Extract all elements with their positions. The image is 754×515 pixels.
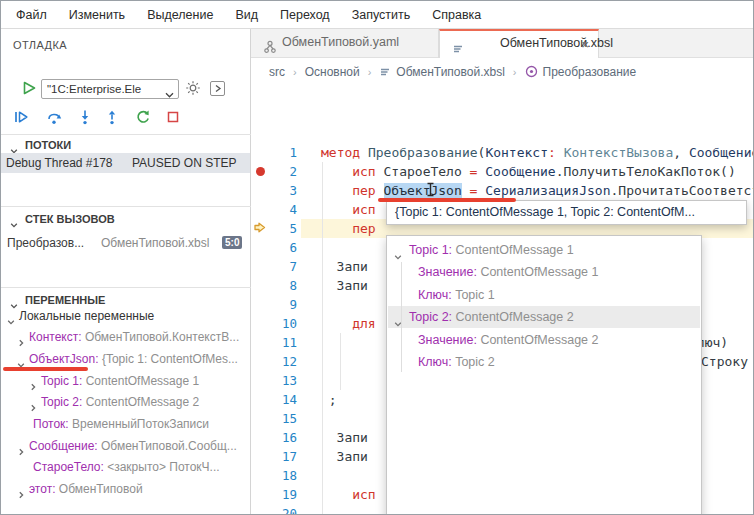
menu-item-0[interactable]: Файл xyxy=(5,2,58,28)
variable-row-3[interactable]: Topic 1: ContentOfMessage 1 xyxy=(1,371,250,392)
breadcrumb-item-2[interactable]: ОбменТиповой.xbsl xyxy=(379,65,504,79)
hover-row-label: Topic 1: ContentOfMessage 1 xyxy=(409,239,574,261)
code-token: = xyxy=(462,183,485,198)
breadcrumb-label: src xyxy=(269,65,285,79)
step-over-button[interactable] xyxy=(46,109,63,129)
code-token: : xyxy=(548,145,556,160)
variable-row-6[interactable]: Сообщение: ОбменТиповой.Сообщ... xyxy=(1,436,250,457)
breadcrumb-separator: › xyxy=(293,66,297,78)
hover-tree-row-4[interactable]: Значение: ContentOfMessage 2 xyxy=(388,329,700,351)
start-debug-button[interactable] xyxy=(22,80,37,100)
line-number: 20 xyxy=(251,504,297,514)
open-console-button[interactable] xyxy=(210,81,225,96)
breadcrumb-label: Основной xyxy=(305,65,360,79)
line-number: 7 xyxy=(251,257,297,276)
chevron-right-icon[interactable] xyxy=(17,333,25,348)
line-number: 16 xyxy=(251,428,297,447)
thread-row[interactable]: Debug Thread #178 PAUSED ON STEP xyxy=(1,153,250,173)
hover-tree-row-2[interactable]: Ключ: Topic 1 xyxy=(388,284,700,306)
hover-tree-row-3[interactable]: Topic 2: ContentOfMessage 2 xyxy=(388,306,700,328)
breadcrumb: src›Основной›ОбменТиповой.xbsl›Преобразо… xyxy=(251,58,753,85)
current-line-arrow-icon xyxy=(253,221,266,237)
breadcrumb-item-3[interactable]: Преобразование xyxy=(525,65,637,79)
chevron-right-icon[interactable] xyxy=(17,485,25,500)
line-number: 17 xyxy=(251,447,297,466)
code-line: Запи xyxy=(337,276,368,295)
menu-item-2[interactable]: Выделение xyxy=(136,2,224,28)
menu-bar: ФайлИзменитьВыделениеВидПереходЗапустить… xyxy=(1,1,753,29)
breadcrumb-separator: › xyxy=(513,66,517,78)
tab-obmentipovoy-yaml[interactable]: ОбменТиповой.yaml xyxy=(251,29,439,58)
code-editor[interactable]: 1метод Преобразование(Контекст: Контекст… xyxy=(251,85,753,514)
debug-hover-summary: {Topic 1: ContentOfMessage 1, Topic 2: C… xyxy=(386,200,747,225)
variable-row-0[interactable]: Локальные переменные xyxy=(1,306,250,327)
hover-row-label: Значение: ContentOfMessage 2 xyxy=(418,329,599,351)
step-into-button[interactable] xyxy=(77,109,93,129)
debug-hover-tree: Topic 1: ContentOfMessage 1Значение: Con… xyxy=(386,235,702,514)
restart-button[interactable] xyxy=(135,109,151,129)
line-number: 6 xyxy=(251,238,297,257)
menu-item-3[interactable]: Вид xyxy=(224,2,269,28)
menu-item-1[interactable]: Изменить xyxy=(58,2,136,28)
section-header-threads[interactable]: ПОТОКИ xyxy=(1,135,251,155)
hover-tree-row-5[interactable]: Ключ: Topic 2 xyxy=(388,351,700,373)
menu-item-4[interactable]: Переход xyxy=(269,2,341,28)
settings-gear-icon[interactable] xyxy=(185,80,201,100)
variable-row-5[interactable]: Поток: ВременныйПотокЗаписи xyxy=(1,414,250,435)
code-token: пер xyxy=(352,183,383,198)
breadcrumb-item-1[interactable]: Основной xyxy=(305,65,360,79)
frame-position-badge: 5:0 xyxy=(222,236,242,249)
code-token: Запи xyxy=(337,430,368,445)
menu-item-6[interactable]: Справка xyxy=(421,2,492,28)
menu-item-5[interactable]: Запустить xyxy=(341,2,422,28)
line-number: 14 xyxy=(251,390,297,409)
continue-button[interactable] xyxy=(13,109,30,129)
code-token: Запи xyxy=(337,259,368,274)
code-token: исп xyxy=(352,164,383,179)
stop-button[interactable] xyxy=(165,109,181,129)
breakpoint-icon[interactable] xyxy=(256,167,265,176)
hover-row-label: Ключ: Topic 1 xyxy=(418,284,495,306)
step-out-button[interactable] xyxy=(104,109,120,129)
script-icon xyxy=(379,66,391,78)
chevron-right-icon[interactable] xyxy=(29,377,37,392)
variable-row-7[interactable]: СтароеТело: <закрыто> ПотокЧ... xyxy=(1,457,250,478)
stack-frame-row[interactable]: Преобразов... ОбменТиповой.xbsl 5:0 xyxy=(1,233,250,253)
section-divider xyxy=(1,206,251,207)
code-token: для xyxy=(352,316,383,331)
chevron-right-icon[interactable] xyxy=(29,398,37,413)
variable-row-1[interactable]: Контекст: ОбменТиповой.КонтекстВ... xyxy=(1,327,250,348)
code-token: Контекст xyxy=(485,145,548,160)
hover-row-label: Topic 2: ContentOfMessage 2 xyxy=(409,306,574,328)
variable-row-4[interactable]: Topic 2: ContentOfMessage 2 xyxy=(1,392,250,413)
section-divider xyxy=(1,287,251,288)
variable-label: Topic 2: ContentOfMessage 2 xyxy=(41,392,199,413)
code-token: Преобразование xyxy=(368,145,478,160)
chevron-down-icon[interactable] xyxy=(394,246,402,261)
variable-label: СтароеТело: <закрыто> ПотокЧ... xyxy=(33,457,220,478)
chevron-down-icon[interactable] xyxy=(7,312,15,327)
hover-tree-row-1[interactable]: Значение: ContentOfMessage 1 xyxy=(388,261,700,283)
variable-row-8[interactable]: этот: ОбменТиповой xyxy=(1,479,250,500)
close-icon[interactable]: × xyxy=(581,31,589,58)
code-token: ; xyxy=(329,392,337,407)
launch-config-select[interactable]: "1C:Enterprise.Ele xyxy=(41,79,179,99)
tab-obmentipovoy-xbsl[interactable]: ОбменТиповой.xbsl × xyxy=(439,29,599,58)
frame-file: ОбменТиповой.xbsl xyxy=(101,233,209,253)
line-number: 1 xyxy=(251,143,297,162)
code-token: ПолучитьТелоКакПоток() xyxy=(564,164,736,179)
code-token: исп xyxy=(352,202,383,217)
code-token: исп xyxy=(352,487,383,502)
hover-tree-row-0[interactable]: Topic 1: ContentOfMessage 1 xyxy=(388,239,700,261)
variable-label: этот: ОбменТиповой xyxy=(29,479,143,500)
line-number: 13 xyxy=(251,371,297,390)
line-number: 9 xyxy=(251,295,297,314)
debug-sidebar: ОТЛАДКА "1C:Enterprise.Ele xyxy=(1,29,251,514)
section-header-callstack[interactable]: СТЕК ВЫЗОВОВ xyxy=(1,209,251,229)
breadcrumb-item-0[interactable]: src xyxy=(269,65,285,79)
method-icon xyxy=(525,65,538,78)
chevron-right-icon[interactable] xyxy=(17,442,25,457)
line-number: 18 xyxy=(251,466,297,485)
chevron-down-icon xyxy=(10,215,18,235)
code-line: Строку xyxy=(701,352,748,371)
